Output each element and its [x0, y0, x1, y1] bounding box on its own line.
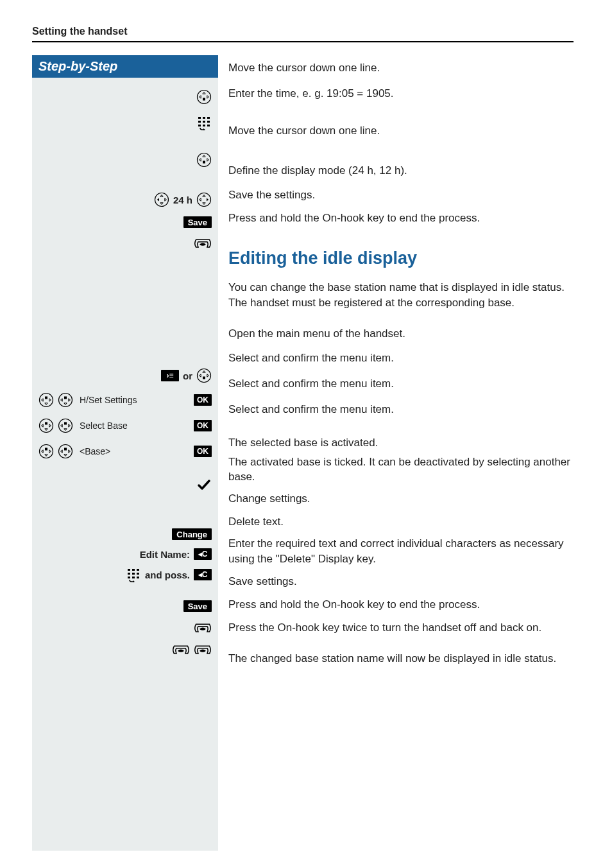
- instruction-text: Move the cursor down one line.: [228, 123, 380, 139]
- control-down-icon: [196, 152, 212, 168]
- control-up-icon: [38, 418, 54, 433]
- control-down-icon: [196, 368, 212, 383]
- instruction-text: Save settings.: [228, 574, 297, 589]
- instruction-text: Press the On-hook key twice to turn the …: [228, 620, 541, 636]
- page-header: Setting the handset: [32, 26, 574, 42]
- menu-item-select-base: Select Base: [80, 421, 190, 431]
- instruction-text: Define the display mode (24 h, 12 h).: [228, 163, 407, 178]
- control-up-icon: [38, 392, 54, 408]
- instruction-text: Press and hold the On-hook key to end th…: [228, 211, 480, 226]
- right-column: Move the cursor down one line. Enter the…: [228, 55, 574, 851]
- instruction-text: Enter the time, e. g. 19:05 = 1905.: [228, 86, 394, 101]
- time-mode-label: 24 h: [173, 195, 192, 205]
- instruction-text: Select and confirm the menu item.: [228, 402, 394, 417]
- keypad-icon: [196, 115, 212, 130]
- left-column: Step-by-Step 24 h Save ›≡ or: [32, 55, 218, 851]
- instruction-text: Select and confirm the menu item.: [228, 376, 394, 392]
- section-heading: Editing the idle display: [228, 248, 574, 268]
- instruction-text: Delete text.: [228, 514, 284, 530]
- menu-item-base-placeholder: <Base>: [80, 446, 190, 456]
- menu-item-hset-settings: H/Set Settings: [80, 395, 190, 405]
- control-up-icon: [58, 444, 73, 459]
- control-up-icon: [38, 444, 54, 459]
- instruction-text: Enter the required text and correct indi…: [228, 536, 574, 567]
- control-up-icon: [58, 418, 73, 433]
- section-intro: You can change the base station name tha…: [228, 280, 574, 311]
- content-layout: Step-by-Step 24 h Save ›≡ or: [32, 55, 574, 851]
- instruction-text: Save the settings.: [228, 187, 315, 203]
- save-softkey[interactable]: Save: [183, 216, 212, 228]
- instruction-text: Move the cursor down one line.: [228, 60, 380, 76]
- ok-softkey[interactable]: OK: [194, 420, 212, 431]
- ok-softkey[interactable]: OK: [194, 394, 212, 406]
- change-softkey[interactable]: Change: [172, 528, 212, 540]
- onhook-icon: [172, 643, 190, 655]
- instruction-text: The activated base is ticked. It can be …: [228, 455, 574, 485]
- instruction-text: The changed base station name will now b…: [228, 651, 574, 666]
- save-softkey[interactable]: Save: [183, 600, 212, 612]
- onhook-icon: [194, 621, 212, 634]
- edit-name-label: Edit Name:: [140, 549, 190, 560]
- keypad-icon: [126, 567, 141, 582]
- instruction-text: The selected base is activated.: [228, 435, 378, 451]
- instruction-text: Select and confirm the menu item.: [228, 351, 394, 366]
- step-by-step-title: Step-by-Step: [32, 55, 218, 78]
- ok-softkey[interactable]: OK: [194, 446, 212, 457]
- control-down-icon: [196, 89, 212, 105]
- instruction-text: Change settings.: [228, 491, 310, 507]
- delete-softkey[interactable]: ◂C: [194, 569, 212, 580]
- check-icon: [196, 477, 212, 492]
- instruction-text: Press and hold the On-hook key to end th…: [228, 597, 480, 612]
- or-label: or: [183, 370, 192, 381]
- control-right-icon: [196, 192, 212, 207]
- onhook-icon: [194, 643, 212, 655]
- instruction-text: Open the main menu of the handset.: [228, 326, 405, 342]
- and-poss-label: and poss.: [145, 569, 190, 580]
- control-up-icon: [58, 392, 73, 408]
- menu-softkey[interactable]: ›≡: [161, 370, 179, 381]
- delete-softkey[interactable]: ◂C: [194, 548, 212, 560]
- control-left-icon: [154, 192, 169, 207]
- onhook-icon: [194, 236, 212, 249]
